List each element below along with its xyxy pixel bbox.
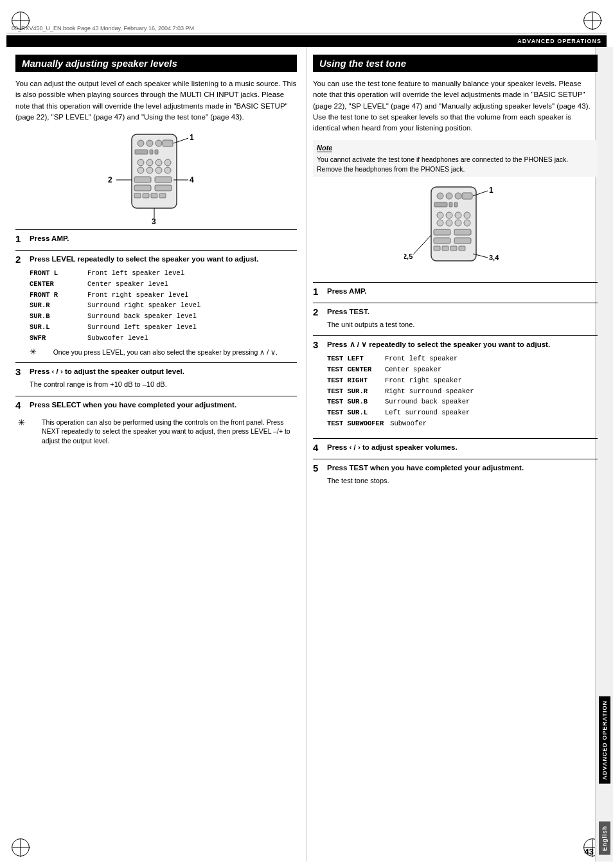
left-intro: You can adjust the output level of each … [15,78,297,123]
left-step-2: 2 Press LEVEL repeatedly to select the s… [15,250,297,360]
speaker-desc-sur-r: Surround right speaker level [87,300,200,311]
right-step-1: 1 Press AMP. [313,282,598,300]
right-speaker-table: TEST LEFT Front left speaker TEST CENTER… [327,353,598,429]
speaker-desc-sur-b: Surround back speaker level [87,311,197,322]
speaker-desc-sur-l: Surround left speaker level [87,322,197,333]
speaker-row-center: CENTER Center speaker level [30,279,297,290]
step-title-4: Press SELECT when you have completed you… [30,400,236,410]
svg-rect-49 [454,229,471,235]
test-code-left: TEST LEFT [327,353,378,364]
svg-point-45 [446,220,452,226]
right-step-2: 2 Press TEST. The unit outputs a test to… [313,303,598,333]
test-desc-left: Front left speaker [385,353,458,364]
speaker-desc-front-l: Front left speaker level [87,268,184,279]
step-num-2: 2 [15,254,26,265]
right-device-diagram: 1 2,5 3,4 [404,182,507,277]
svg-point-12 [138,167,144,173]
svg-point-43 [464,212,470,218]
svg-text:3,4: 3,4 [489,254,499,261]
left-speaker-table: FRONT L Front left speaker level CENTER … [30,268,297,344]
svg-point-40 [437,212,443,218]
test-code-center: TEST CENTER [327,364,378,375]
test-code-right: TEST RIGHT [327,375,378,386]
speaker-row-sur-l: SUR.L Surround left speaker level [30,322,297,333]
right-step-body-5: The test tone stops. [327,475,598,486]
step-num-4: 4 [15,400,26,411]
right-step-num-4: 4 [313,442,323,453]
speaker-desc-center: Center speaker level [87,279,168,290]
right-step-title-5: Press TEST when you have completed your … [327,463,524,473]
right-column: Using the test tone You can use the test… [306,47,607,862]
tip-text-1: Once you press LEVEL, you can also selec… [53,348,278,356]
test-code-sur-r: TEST SUR.R [327,386,378,397]
speaker-code-front-l: FRONT L [30,268,81,279]
svg-rect-5 [135,150,148,154]
svg-rect-17 [155,177,172,182]
test-row-sur-l: TEST SUR.L Left surround speaker [327,407,598,418]
file-info-text: 00_RXV450_U_EN.book Page 43 Monday, Febr… [12,25,194,31]
right-step-num-1: 1 [313,286,323,297]
left-device-svg: 1 2 4 3 [105,129,208,224]
speaker-code-front-r: FRONT R [30,290,81,301]
right-section-title: Using the test tone [313,55,598,72]
test-code-subwoofer: TEST SUBWOOFER [327,418,384,429]
test-desc-sur-l: Left surround speaker [385,407,470,418]
file-info-bar: 00_RXV450_U_EN.book Page 43 Monday, Febr… [6,24,607,33]
svg-text:1: 1 [489,186,493,195]
svg-text:4: 4 [190,175,194,184]
svg-rect-50 [434,238,450,244]
right-step-title-2: Press TEST. [327,306,369,317]
svg-rect-39 [454,202,458,207]
speaker-row-swfr: SWFR Subwoofer level [30,333,297,344]
test-desc-right: Front right speaker [385,375,462,386]
svg-rect-19 [155,185,172,191]
left-device-diagram: 1 2 4 3 [105,129,208,224]
svg-point-9 [147,159,153,166]
step-title-1: Press AMP. [30,233,69,244]
svg-rect-36 [462,193,472,199]
content-area: Manually adjusting speaker levels You ca… [6,47,607,862]
tip-icon-1: ✳ Once you press LEVEL, you can also sel… [30,347,297,357]
note-box: Note You cannot activate the test tone i… [313,140,598,176]
svg-text:2,5: 2,5 [404,252,413,260]
svg-rect-37 [434,202,447,207]
svg-rect-23 [159,193,166,198]
svg-point-35 [455,193,461,199]
note-body: You cannot activate the test tone if hea… [317,155,594,173]
speaker-code-swfr: SWFR [30,333,81,344]
header-bar: ADVANCED OPERATIONS [6,35,607,47]
svg-rect-38 [449,202,452,207]
svg-rect-16 [134,177,151,182]
test-row-center: TEST CENTER Center speaker [327,364,598,375]
test-code-sur-b: TEST SUR.B [327,396,378,407]
svg-point-10 [155,159,162,166]
speaker-row-sur-r: SUR.R Surround right speaker level [30,300,297,311]
speaker-code-sur-b: SUR.B [30,311,81,322]
tip-section-2: ✳ This operation can also be performed u… [15,418,297,446]
test-desc-subwoofer: Subwoofer [390,418,427,429]
right-step-4: 4 Press ‹ / › to adjust speaker volumes. [313,438,598,456]
speaker-code-center: CENTER [30,279,81,290]
right-step-num-3: 3 [313,339,323,350]
test-desc-sur-r: Right surround speaker [385,386,474,397]
test-desc-sur-b: Surround back speaker [385,396,470,407]
step-num-1: 1 [15,233,26,244]
svg-rect-53 [442,246,449,251]
step-body-3: The control range is from +10 dB to –10 … [30,379,297,390]
svg-text:1: 1 [190,133,194,142]
right-intro: You can use the test tone feature to man… [313,78,598,134]
test-row-sur-r: TEST SUR.R Right surround speaker [327,386,598,397]
svg-point-8 [138,159,144,166]
left-column: Manually adjusting speaker levels You ca… [6,47,306,862]
left-section-title: Manually adjusting speaker levels [15,55,297,72]
test-desc-center: Center speaker [385,364,441,375]
right-step-title-3: Press ∧ / ∨ repeatedly to select the spe… [327,339,550,350]
svg-rect-55 [459,246,465,251]
svg-point-34 [446,193,452,199]
svg-point-15 [164,167,171,173]
svg-text:3: 3 [152,217,156,224]
right-step-num-5: 5 [313,463,323,474]
right-step-title-1: Press AMP. [327,286,366,296]
test-row-left: TEST LEFT Front left speaker [327,353,598,364]
test-row-subwoofer: TEST SUBWOOFER Subwoofer [327,418,598,429]
